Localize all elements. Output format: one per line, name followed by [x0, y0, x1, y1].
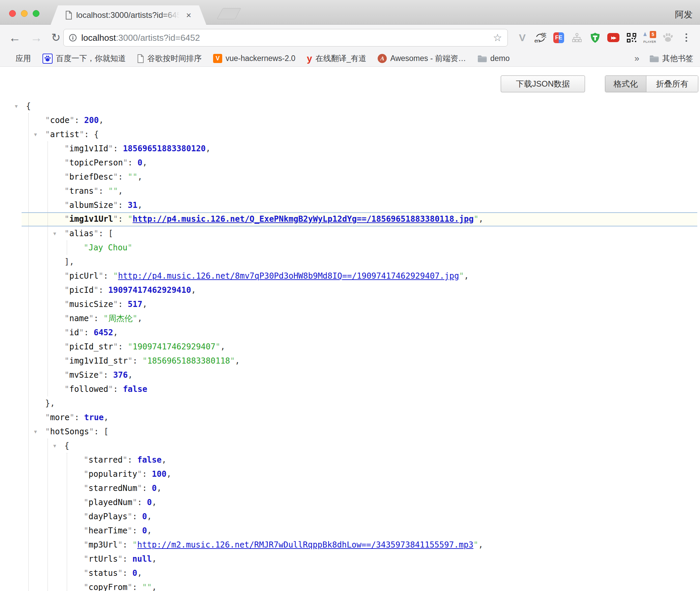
json-key: img1v1Id: [69, 144, 108, 153]
json-row: "code": 200,: [0, 113, 700, 127]
new-tab-button[interactable]: [217, 8, 241, 19]
extension-button[interactable]: ▶▶: [604, 28, 622, 47]
video-forward-icon: ▶▶: [607, 33, 619, 42]
bookmark-item[interactable]: 谷歌按时间排序: [137, 53, 202, 64]
json-punct: ,: [478, 214, 483, 224]
extension-button[interactable]: V: [513, 28, 531, 47]
indent-guide: [48, 439, 48, 591]
bookmark-item[interactable]: 百度一下，你就知道: [42, 53, 126, 64]
json-key: copyFrom: [88, 583, 127, 591]
json-key: alias: [69, 229, 93, 238]
bookmarks-bar: 应用百度一下，你就知道谷歌按时间排序Vvue-hackernews-2.0y在线…: [0, 51, 700, 67]
json-row: "img1v1Url": "http://p4.music.126.net/Q_…: [22, 212, 697, 226]
minimize-window-button[interactable]: [21, 10, 28, 17]
bookmark-item[interactable]: AAwesomes - 前端资…: [378, 53, 466, 64]
collapse-all-button[interactable]: 折叠所有: [646, 76, 698, 92]
bookmarks-overflow-chevron[interactable]: »: [635, 53, 639, 64]
info-icon[interactable]: [68, 33, 77, 42]
json-value-number: 0: [147, 498, 152, 507]
json-url-link[interactable]: http://m2.music.126.net/RMJR7wDullRqppBk…: [137, 540, 473, 550]
bookmark-label: 百度一下，你就知道: [56, 53, 126, 64]
json-url-link[interactable]: http://p4.music.126.net/8mv7qP30Pd3oHW8b…: [118, 271, 459, 281]
json-row: "hearTime": 0,: [0, 524, 700, 538]
json-value-number: 18569651883380120: [123, 144, 206, 153]
close-window-button[interactable]: [9, 10, 16, 17]
fullscreen-window-button[interactable]: [33, 10, 39, 17]
fe-icon: FE: [553, 32, 564, 43]
indent-guide: [28, 113, 29, 591]
extension-button[interactable]: 英en: [531, 28, 550, 47]
json-punct: ,: [191, 285, 196, 295]
json-key: hearTime: [88, 526, 127, 535]
collapse-arrow-icon[interactable]: ▼: [53, 439, 56, 453]
url-host: localhost: [81, 33, 116, 43]
baidu-paw-icon: [42, 54, 53, 64]
bookmark-item[interactable]: Vvue-hackernews-2.0: [213, 54, 295, 63]
extension-button[interactable]: [622, 28, 641, 47]
json-value-number: true: [84, 413, 104, 422]
extension-button[interactable]: [659, 28, 677, 47]
json-value-number: 0: [152, 484, 156, 493]
tab-title-wrap: localhost:3000/artists?id=6452: [76, 10, 183, 20]
json-key: hotSongs: [50, 427, 89, 436]
json-value-number: 0: [133, 568, 137, 578]
back-button[interactable]: ←: [9, 25, 21, 51]
json-punct: ,: [152, 583, 156, 591]
json-key: more: [50, 413, 69, 422]
bookmark-star-icon[interactable]: ☆: [493, 33, 502, 43]
address-bar[interactable]: localhost:3000/artists?id=6452 ☆: [63, 29, 508, 46]
json-value-number: 517: [128, 300, 142, 309]
json-key: picId: [69, 285, 93, 295]
json-punct: ,: [478, 540, 483, 550]
extension-button[interactable]: [677, 28, 695, 47]
bookmark-label: 应用: [16, 53, 31, 64]
page-icon: [65, 11, 72, 20]
window-controls: [9, 10, 39, 17]
browser-tab[interactable]: localhost:3000/artists?id=6452 ×: [51, 5, 206, 25]
json-key: artist: [50, 130, 79, 139]
json-row: "img1v1Id_str": "18569651883380118",: [0, 354, 700, 368]
extension-button[interactable]: [568, 28, 586, 47]
vue-devtools-icon: V: [519, 33, 526, 43]
bookmarks-right: » 其他书签: [635, 53, 693, 64]
bookmark-item[interactable]: y在线翻译_有道: [307, 53, 366, 64]
json-key: name: [69, 314, 89, 323]
bookmark-item[interactable]: 其他书签: [649, 53, 693, 64]
json-row: "picUrl": "http://p4.music.126.net/8mv7q…: [0, 269, 700, 283]
json-key: id: [69, 328, 79, 337]
collapse-arrow-icon[interactable]: ▼: [53, 226, 56, 241]
bookmark-item[interactable]: 应用: [7, 53, 31, 64]
collapse-arrow-icon[interactable]: ▼: [15, 99, 18, 113]
json-row: "mvSize": 376,: [0, 368, 700, 382]
json-key: popularity: [88, 469, 137, 479]
url-path: :3000/artists?id=6452: [116, 33, 200, 43]
tab-strip: localhost:3000/artists?id=6452 × 阿发: [0, 0, 700, 25]
tab-close-icon[interactable]: ×: [186, 11, 191, 20]
json-key: picId_str: [69, 342, 113, 351]
collapse-arrow-icon[interactable]: ▼: [34, 127, 37, 142]
json-row: "briefDesc": "",: [0, 170, 700, 184]
download-json-button[interactable]: 下载JSON数据: [501, 75, 585, 92]
json-row: "starredNum": 0,: [0, 481, 700, 495]
html5-player-icon: 5PLAYER: [642, 31, 657, 44]
extension-button[interactable]: FE: [550, 28, 568, 47]
awesomes-icon: A: [378, 54, 387, 63]
extension-button[interactable]: 5PLAYER: [641, 28, 659, 47]
json-punct: ,: [113, 328, 118, 337]
json-url-link[interactable]: http://p4.music.126.net/Q_ExePNkmgB2yWyL…: [133, 214, 473, 224]
profile-name[interactable]: 阿发: [675, 9, 693, 21]
json-row: "id": 6452,: [0, 325, 700, 340]
json-row: "picId": 19097417462929410,: [0, 283, 700, 297]
reload-button[interactable]: ↻: [51, 25, 61, 51]
bookmark-item[interactable]: demo: [477, 54, 510, 63]
extension-button[interactable]: [586, 28, 604, 47]
url-text[interactable]: localhost:3000/artists?id=6452: [81, 33, 200, 43]
json-punct: ,: [162, 455, 166, 465]
json-punct: ,: [138, 200, 142, 210]
json-row: "status": 0,: [0, 566, 700, 580]
json-key: followed: [69, 384, 108, 394]
bookmark-label: 谷歌按时间排序: [147, 53, 202, 64]
collapse-arrow-icon[interactable]: ▼: [34, 425, 37, 439]
json-punct: ,: [157, 484, 162, 493]
format-button[interactable]: 格式化: [605, 76, 646, 92]
